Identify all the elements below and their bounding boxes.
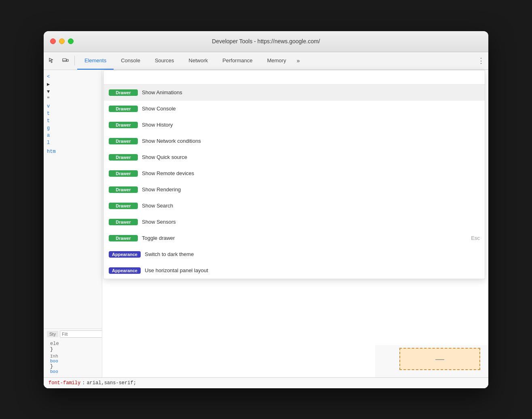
badge-drawer-3: Drawer xyxy=(109,138,138,144)
left-panel: < ▶ ▼ " v t t g a l htm Sty xyxy=(44,70,102,377)
bottom-bar: font-family : arial,sans-serif; xyxy=(44,377,488,388)
dom-line: ▼ xyxy=(44,88,102,95)
dropdown-item-show-rendering[interactable]: Drawer Show Rendering xyxy=(104,182,485,198)
badge-appearance-0: Appearance xyxy=(109,251,141,258)
dropdown-item-dark-theme[interactable]: Appearance Switch to dark theme xyxy=(104,246,485,262)
dropdown-item-show-animations[interactable]: Drawer Show Animations xyxy=(104,85,485,101)
dropdown-item-show-remote[interactable]: Drawer Show Remote devices xyxy=(104,165,485,182)
tab-elements[interactable]: Elements xyxy=(77,52,114,70)
toolbar-divider xyxy=(74,56,75,66)
shortcut-esc: Esc xyxy=(471,235,480,241)
badge-drawer-1: Drawer xyxy=(109,106,138,112)
badge-drawer-7: Drawer xyxy=(109,203,138,209)
dom-tree: < ▶ ▼ " v t t g a l htm xyxy=(44,70,102,328)
dom-line: " xyxy=(44,95,102,103)
badge-drawer-0: Drawer xyxy=(109,89,138,96)
dom-line: t xyxy=(44,110,102,117)
svg-rect-0 xyxy=(63,59,66,61)
css-selector: ele xyxy=(50,341,95,347)
css-value-bottom: arial,sans-serif; xyxy=(87,380,136,386)
dropdown-label-8: Show Sensors xyxy=(142,219,480,225)
badge-drawer-5: Drawer xyxy=(109,170,138,177)
dropdown-item-show-search[interactable]: Drawer Show Search xyxy=(104,198,485,214)
styles-panel: Sty ele } Inh boo } boo xyxy=(44,328,102,377)
filter-row: Sty xyxy=(47,330,99,338)
svg-rect-1 xyxy=(67,59,68,61)
badge-appearance-1: Appearance xyxy=(109,267,141,274)
dropdown-item-show-console[interactable]: Drawer Show Console xyxy=(104,101,485,117)
dropdown-label-4: Show Quick source xyxy=(142,154,480,160)
element-highlight-box: — xyxy=(399,348,480,370)
dropdown-label-7: Show Search xyxy=(142,203,480,209)
tab-network[interactable]: Network xyxy=(182,52,215,70)
dropdown-label-2: Show History xyxy=(142,122,480,128)
command-search-input[interactable] xyxy=(109,74,480,80)
dropdown-label-3: Show Network conditions xyxy=(142,138,480,144)
dropdown-label-10: Switch to dark theme xyxy=(145,251,480,257)
dropdown-item-show-sensors[interactable]: Drawer Show Sensors xyxy=(104,214,485,230)
dropdown-label-6: Show Rendering xyxy=(142,186,480,193)
dom-line: ▶ xyxy=(44,80,102,88)
dom-line: t xyxy=(44,117,102,125)
more-options-button[interactable]: ⋮ xyxy=(475,55,487,66)
dom-line: < xyxy=(44,73,102,80)
devtools-body: Elements Console Sources Network Perform… xyxy=(44,52,488,388)
devtools-window: Developer Tools - https://news.google.co… xyxy=(44,31,488,388)
filter-input[interactable] xyxy=(60,330,102,338)
css-property: font-family xyxy=(49,380,80,386)
badge-drawer-9: Drawer xyxy=(109,235,138,241)
css-rules: ele } Inh boo } boo xyxy=(47,339,99,376)
dom-line: l xyxy=(44,139,102,146)
css-brace-open: } xyxy=(50,347,95,352)
dropdown-label-1: Show Console xyxy=(142,106,480,112)
dom-line: a xyxy=(44,132,102,139)
traffic-lights xyxy=(50,38,74,44)
window-title: Developer Tools - https://news.google.co… xyxy=(212,38,320,44)
dropdown-item-show-history[interactable]: Drawer Show History xyxy=(104,117,485,133)
tab-memory[interactable]: Memory xyxy=(260,52,293,70)
dom-line: htm xyxy=(44,148,102,155)
dropdown-item-show-quick-source[interactable]: Drawer Show Quick source xyxy=(104,149,485,165)
minimize-button[interactable] xyxy=(59,38,65,44)
search-input-row xyxy=(104,70,485,85)
command-menu-dropdown: Drawer Show Animations Drawer Show Conso… xyxy=(103,70,485,279)
dropdown-label-9: Toggle drawer xyxy=(142,235,471,241)
toolbar: Elements Console Sources Network Perform… xyxy=(44,52,488,70)
dropdown-item-show-network[interactable]: Drawer Show Network conditions xyxy=(104,133,485,149)
dropdown-label-11: Use horizontal panel layout xyxy=(145,267,480,273)
close-button[interactable] xyxy=(50,38,56,44)
maximize-button[interactable] xyxy=(68,38,74,44)
tab-list: Elements Console Sources Network Perform… xyxy=(77,52,303,70)
body-line2: boo xyxy=(50,369,95,374)
badge-drawer-6: Drawer xyxy=(109,186,138,193)
badge-drawer-4: Drawer xyxy=(109,154,138,161)
dropdown-item-horizontal-layout[interactable]: Appearance Use horizontal panel layout xyxy=(104,262,485,279)
inherited-label: Inh xyxy=(50,354,95,359)
dom-line: v xyxy=(44,103,102,110)
inspect-icon[interactable] xyxy=(45,54,58,67)
right-preview-panel: — xyxy=(375,345,488,377)
badge-drawer-2: Drawer xyxy=(109,122,138,128)
tab-console[interactable]: Console xyxy=(114,52,148,70)
dropdown-label-5: Show Remote devices xyxy=(142,170,480,176)
content-area: < ▶ ▼ " v t t g a l htm Sty xyxy=(44,70,488,377)
tab-performance[interactable]: Performance xyxy=(215,52,260,70)
dropdown-label-0: Show Animations xyxy=(142,89,480,95)
tab-sources[interactable]: Sources xyxy=(148,52,182,70)
body-line1: boo xyxy=(50,359,95,364)
dropdown-item-toggle-drawer[interactable]: Drawer Toggle drawer Esc xyxy=(104,230,485,246)
dom-line: g xyxy=(44,125,102,132)
title-bar: Developer Tools - https://news.google.co… xyxy=(44,31,488,52)
device-icon[interactable] xyxy=(59,54,72,67)
tab-overflow-button[interactable]: » xyxy=(293,52,303,70)
badge-drawer-8: Drawer xyxy=(109,219,138,225)
styles-label: Sty xyxy=(47,331,58,337)
css-brace-close: } xyxy=(50,364,95,369)
